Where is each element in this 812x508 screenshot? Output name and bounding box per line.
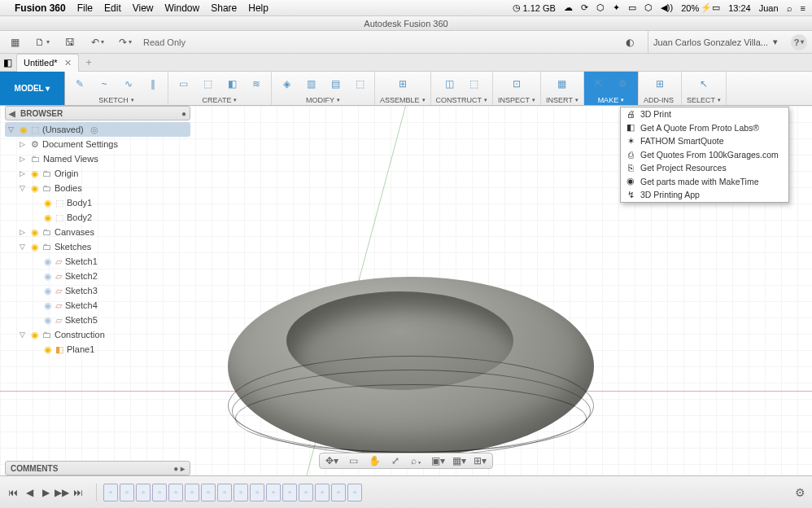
orbit-icon[interactable]: ✥▾ <box>325 454 339 467</box>
user-menu[interactable]: Juan <box>759 3 779 13</box>
modify-tool-icon[interactable]: ⬚ <box>350 74 369 94</box>
inspect-tool-icon[interactable]: ⊡ <box>507 74 526 94</box>
timeline-feature[interactable]: ▫ <box>201 484 216 501</box>
tree-row[interactable]: ▷🗀Named Views <box>5 151 190 166</box>
collapse-browser-icon[interactable]: ◀ <box>9 109 15 118</box>
spotlight-icon[interactable]: ⌕ <box>787 3 792 13</box>
lightbulb-icon[interactable]: ◉ <box>31 169 39 179</box>
timeline-feature[interactable]: ▫ <box>217 484 232 501</box>
addins-tool-icon[interactable]: ⊞ <box>650 74 670 94</box>
ribbon-group-inspect[interactable]: ⊡INSPECT <box>493 72 541 105</box>
ribbon-group-make[interactable]: ⇱⚙MAKE <box>584 72 639 105</box>
fit-icon[interactable]: ⌕▾ <box>409 454 424 467</box>
browser-panel-header[interactable]: ◀ BROWSER ● <box>5 106 190 120</box>
data-panel-icon[interactable]: ◧ <box>0 54 15 72</box>
make-menu-item[interactable]: ◧Get A Quote From Proto Labs® <box>621 121 788 135</box>
create-tool-icon[interactable]: ⬚ <box>198 74 217 94</box>
timeline-feature[interactable]: ▫ <box>120 484 134 501</box>
look-at-icon[interactable]: ▭ <box>346 454 360 467</box>
lightbulb-icon[interactable]: ◉ <box>44 271 52 282</box>
new-tab-button[interactable]: ＋ <box>79 54 98 72</box>
lightbulb-icon[interactable]: ◉ <box>20 125 28 135</box>
insert-tool-icon[interactable]: ▦ <box>552 74 572 94</box>
tree-row[interactable]: ▷◉🗀Origin <box>5 166 190 181</box>
make-menu-item[interactable]: ◉Get parts made with MakeTime <box>621 175 788 189</box>
tree-row[interactable]: ▽◉🗀Bodies <box>5 181 190 195</box>
display-settings-icon[interactable]: ▣▾ <box>430 454 445 467</box>
timeline-feature[interactable]: ▫ <box>136 484 151 501</box>
modify-tool-icon[interactable]: ▥ <box>301 74 321 94</box>
lightbulb-icon[interactable]: ◉ <box>31 183 39 194</box>
clock[interactable]: 13:24 <box>728 3 751 13</box>
ribbon-group-assemble[interactable]: ⊞ASSEMBLE <box>375 72 431 105</box>
cloud-icon[interactable]: ☁ <box>564 2 573 13</box>
tree-row[interactable]: ▽◉🗀Construction <box>5 327 190 342</box>
tree-row[interactable]: ▽◉🗀Sketches <box>5 239 190 254</box>
tree-row[interactable]: ◉⬚Body1 <box>5 195 190 210</box>
ribbon-group-sketch[interactable]: ✎~∿‖SKETCH <box>65 72 168 105</box>
user-account-button[interactable]: Juan Carlos Gonzalez Villa...▾ <box>648 31 783 53</box>
tree-row[interactable]: ▷⚙Document Settings <box>5 137 190 151</box>
menu-view[interactable]: View <box>133 2 154 14</box>
comments-pin-icon[interactable]: ● ▸ <box>173 464 185 473</box>
modify-tool-icon[interactable]: ▤ <box>325 74 345 94</box>
data-panel-button[interactable]: ▦ <box>5 34 24 50</box>
timeline-feature[interactable]: ▫ <box>185 484 199 501</box>
battery-indicator[interactable]: 20% ⚡▭ <box>681 2 720 13</box>
sketch-tool-icon[interactable]: ‖ <box>143 74 163 94</box>
timeline-next-icon[interactable]: ▶▶ <box>55 486 68 499</box>
document-tab[interactable]: Untitled* ✕ <box>16 54 79 72</box>
timeline-feature[interactable]: ▫ <box>299 484 313 501</box>
pin-browser-icon[interactable]: ● <box>181 109 186 118</box>
lightbulb-icon[interactable]: ◉ <box>44 315 52 326</box>
viewport-layout-icon[interactable]: ⊞▾ <box>473 454 487 467</box>
timeline-play-icon[interactable]: ▶ <box>39 486 52 499</box>
close-tab-button[interactable]: ✕ <box>64 58 72 68</box>
make-menu-item[interactable]: ⎙Get Quotes From 100kGarages.com <box>621 148 788 162</box>
ribbon-group-select[interactable]: ↖SELECT <box>682 72 727 105</box>
menu-window[interactable]: Window <box>165 2 200 14</box>
workspace-switcher[interactable]: MODEL ▾ <box>0 72 65 105</box>
volume-icon[interactable]: ◀)) <box>661 2 673 13</box>
ribbon-group-create[interactable]: ▭⬚◧≋CREATE <box>168 72 272 105</box>
make-tool-icon[interactable]: ⚙ <box>613 74 633 94</box>
sync-icon[interactable]: ⟳ <box>581 2 588 13</box>
radio-icon[interactable]: ◎ <box>90 125 98 135</box>
tree-row[interactable]: ◉▱Sketch4 <box>5 298 190 313</box>
wifi-icon[interactable]: ⬡ <box>644 2 653 13</box>
menu-help[interactable]: Help <box>248 2 268 14</box>
timeline-start-icon[interactable]: ⏮ <box>7 486 20 499</box>
save-button[interactable]: 🖫 <box>60 34 80 50</box>
assemble-tool-icon[interactable]: ⊞ <box>393 74 413 94</box>
lightbulb-icon[interactable]: ◉ <box>44 300 52 311</box>
timeline-feature[interactable]: ▫ <box>250 484 264 501</box>
grid-settings-icon[interactable]: ▦▾ <box>452 454 466 467</box>
help-button[interactable]: ? <box>791 34 807 50</box>
sketch-tool-icon[interactable]: ~ <box>94 74 114 94</box>
lightbulb-icon[interactable]: ◉ <box>31 242 39 252</box>
menu-edit[interactable]: Edit <box>104 2 121 14</box>
lightbulb-icon[interactable]: ◉ <box>44 344 52 355</box>
lightbulb-icon[interactable]: ◉ <box>31 330 39 340</box>
timeline-prev-icon[interactable]: ◀ <box>23 486 36 499</box>
pan-icon[interactable]: ✋ <box>367 454 382 467</box>
status-icon[interactable]: ✦ <box>613 2 620 13</box>
make-menu-item[interactable]: 🖨3D Print <box>621 107 788 121</box>
sketch-tool-icon[interactable]: ∿ <box>119 74 138 94</box>
sketch-tool-icon[interactable]: ✎ <box>70 74 89 94</box>
menu-file[interactable]: File <box>77 2 93 14</box>
timeline-feature[interactable]: ▫ <box>168 484 183 501</box>
create-tool-icon[interactable]: ▭ <box>173 74 193 94</box>
menu-share[interactable]: Share <box>211 2 237 14</box>
monitor-icon[interactable]: ▭ <box>628 2 636 13</box>
notification-center-icon[interactable]: ≡ <box>801 3 805 13</box>
new-file-button[interactable]: 🗋 <box>33 34 52 50</box>
tree-row[interactable]: ◉▱Sketch5 <box>5 313 190 327</box>
timeline-feature[interactable]: ▫ <box>347 484 362 501</box>
make-menu-item[interactable]: ⎘Get Project Resources <box>621 161 788 175</box>
lightbulb-icon[interactable]: ◉ <box>44 286 52 296</box>
undo-button[interactable]: ↶ <box>88 34 107 50</box>
job-status-icon[interactable]: ◐ <box>620 34 640 50</box>
model-body[interactable] <box>228 277 594 456</box>
comments-panel-header[interactable]: COMMENTS ● ▸ <box>5 461 190 475</box>
